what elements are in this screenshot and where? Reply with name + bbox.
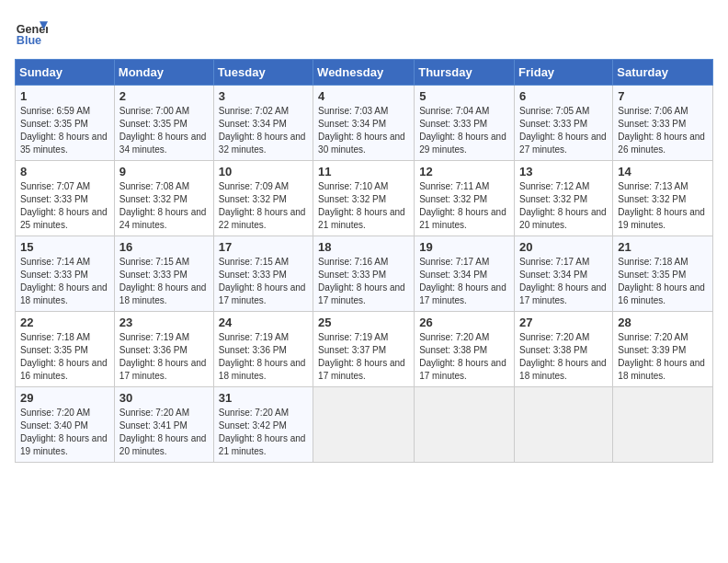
day-info: Sunrise: 7:07 AMSunset: 3:33 PMDaylight:… xyxy=(20,181,108,230)
day-info: Sunrise: 7:06 AMSunset: 3:33 PMDaylight:… xyxy=(618,106,705,155)
calendar-day: 1 Sunrise: 6:59 AMSunset: 3:35 PMDayligh… xyxy=(16,86,115,161)
calendar-day: 19 Sunrise: 7:17 AMSunset: 3:34 PMDaylig… xyxy=(415,236,515,312)
calendar-day: 2 Sunrise: 7:00 AMSunset: 3:35 PMDayligh… xyxy=(114,86,213,161)
calendar-day: 13 Sunrise: 7:12 AMSunset: 3:32 PMDaylig… xyxy=(515,161,613,236)
calendar-day: 30 Sunrise: 7:20 AMSunset: 3:41 PMDaylig… xyxy=(114,387,213,463)
calendar-day: 6 Sunrise: 7:05 AMSunset: 3:33 PMDayligh… xyxy=(515,86,613,161)
day-info: Sunrise: 7:04 AMSunset: 3:33 PMDaylight:… xyxy=(419,106,506,155)
day-number: 16 xyxy=(119,240,209,254)
day-info: Sunrise: 6:59 AMSunset: 3:35 PMDaylight:… xyxy=(20,106,108,155)
calendar-day: 25 Sunrise: 7:19 AMSunset: 3:37 PMDaylig… xyxy=(313,312,415,387)
logo: General Blue xyxy=(15,15,48,48)
day-info: Sunrise: 7:20 AMSunset: 3:41 PMDaylight:… xyxy=(119,408,207,456)
day-info: Sunrise: 7:14 AMSunset: 3:33 PMDaylight:… xyxy=(20,257,108,305)
weekday-header: Thursday xyxy=(415,60,515,86)
calendar-day: 28 Sunrise: 7:20 AMSunset: 3:39 PMDaylig… xyxy=(613,312,713,387)
svg-text:Blue: Blue xyxy=(17,34,41,47)
day-info: Sunrise: 7:05 AMSunset: 3:33 PMDaylight:… xyxy=(519,106,607,155)
day-number: 17 xyxy=(219,240,308,254)
day-number: 3 xyxy=(219,89,308,103)
page-header: General Blue xyxy=(15,15,713,48)
calendar-day: 22 Sunrise: 7:18 AMSunset: 3:35 PMDaylig… xyxy=(16,312,115,387)
day-number: 23 xyxy=(119,316,209,329)
day-info: Sunrise: 7:03 AMSunset: 3:34 PMDaylight:… xyxy=(318,106,405,155)
calendar-day: 11 Sunrise: 7:10 AMSunset: 3:32 PMDaylig… xyxy=(313,161,415,236)
calendar-day: 17 Sunrise: 7:15 AMSunset: 3:33 PMDaylig… xyxy=(213,236,313,312)
day-info: Sunrise: 7:10 AMSunset: 3:32 PMDaylight:… xyxy=(318,181,405,230)
day-info: Sunrise: 7:20 AMSunset: 3:38 PMDaylight:… xyxy=(419,332,506,381)
calendar-body: 1 Sunrise: 6:59 AMSunset: 3:35 PMDayligh… xyxy=(16,86,713,463)
calendar-day: 10 Sunrise: 7:09 AMSunset: 3:32 PMDaylig… xyxy=(213,161,313,236)
day-number: 5 xyxy=(419,89,509,103)
day-number: 13 xyxy=(519,165,608,178)
day-info: Sunrise: 7:17 AMSunset: 3:34 PMDaylight:… xyxy=(419,257,506,305)
calendar-day: 14 Sunrise: 7:13 AMSunset: 3:32 PMDaylig… xyxy=(613,161,713,236)
day-info: Sunrise: 7:15 AMSunset: 3:33 PMDaylight:… xyxy=(219,257,306,305)
empty-day xyxy=(313,387,415,463)
day-info: Sunrise: 7:20 AMSunset: 3:39 PMDaylight:… xyxy=(618,332,705,381)
day-info: Sunrise: 7:19 AMSunset: 3:36 PMDaylight:… xyxy=(219,332,306,381)
day-number: 14 xyxy=(618,165,708,178)
calendar-week: 1 Sunrise: 6:59 AMSunset: 3:35 PMDayligh… xyxy=(16,86,713,161)
day-number: 6 xyxy=(519,89,608,103)
day-info: Sunrise: 7:16 AMSunset: 3:33 PMDaylight:… xyxy=(318,257,405,305)
calendar-day: 24 Sunrise: 7:19 AMSunset: 3:36 PMDaylig… xyxy=(213,312,313,387)
weekday-header: Friday xyxy=(515,60,613,86)
day-number: 22 xyxy=(20,316,109,329)
calendar-week: 8 Sunrise: 7:07 AMSunset: 3:33 PMDayligh… xyxy=(16,161,713,236)
calendar-day: 18 Sunrise: 7:16 AMSunset: 3:33 PMDaylig… xyxy=(313,236,415,312)
calendar-table: SundayMondayTuesdayWednesdayThursdayFrid… xyxy=(15,59,713,463)
weekday-header: Tuesday xyxy=(213,60,313,86)
day-number: 31 xyxy=(219,391,308,405)
day-number: 24 xyxy=(219,316,308,329)
day-info: Sunrise: 7:20 AMSunset: 3:40 PMDaylight:… xyxy=(20,408,108,456)
day-info: Sunrise: 7:18 AMSunset: 3:35 PMDaylight:… xyxy=(618,257,705,305)
day-number: 20 xyxy=(519,240,608,254)
calendar-day: 5 Sunrise: 7:04 AMSunset: 3:33 PMDayligh… xyxy=(415,86,515,161)
day-info: Sunrise: 7:19 AMSunset: 3:36 PMDaylight:… xyxy=(119,332,207,381)
calendar-week: 22 Sunrise: 7:18 AMSunset: 3:35 PMDaylig… xyxy=(16,312,713,387)
weekday-header: Wednesday xyxy=(313,60,415,86)
weekday-header: Saturday xyxy=(613,60,713,86)
day-info: Sunrise: 7:11 AMSunset: 3:32 PMDaylight:… xyxy=(419,181,506,230)
day-number: 2 xyxy=(119,89,209,103)
empty-day xyxy=(415,387,515,463)
calendar-day: 31 Sunrise: 7:20 AMSunset: 3:42 PMDaylig… xyxy=(213,387,313,463)
calendar-day: 3 Sunrise: 7:02 AMSunset: 3:34 PMDayligh… xyxy=(213,86,313,161)
day-number: 26 xyxy=(419,316,509,329)
calendar-day: 12 Sunrise: 7:11 AMSunset: 3:32 PMDaylig… xyxy=(415,161,515,236)
day-number: 1 xyxy=(20,89,109,103)
empty-day xyxy=(515,387,613,463)
calendar-day: 7 Sunrise: 7:06 AMSunset: 3:33 PMDayligh… xyxy=(613,86,713,161)
day-info: Sunrise: 7:09 AMSunset: 3:32 PMDaylight:… xyxy=(219,181,306,230)
calendar-day: 9 Sunrise: 7:08 AMSunset: 3:32 PMDayligh… xyxy=(114,161,213,236)
day-number: 28 xyxy=(618,316,708,329)
day-info: Sunrise: 7:17 AMSunset: 3:34 PMDaylight:… xyxy=(519,257,607,305)
calendar-day: 23 Sunrise: 7:19 AMSunset: 3:36 PMDaylig… xyxy=(114,312,213,387)
calendar-day: 29 Sunrise: 7:20 AMSunset: 3:40 PMDaylig… xyxy=(16,387,115,463)
day-info: Sunrise: 7:13 AMSunset: 3:32 PMDaylight:… xyxy=(618,181,705,230)
weekday-header: Sunday xyxy=(16,60,115,86)
calendar-day: 16 Sunrise: 7:15 AMSunset: 3:33 PMDaylig… xyxy=(114,236,213,312)
calendar-header: SundayMondayTuesdayWednesdayThursdayFrid… xyxy=(16,60,713,86)
calendar-day: 20 Sunrise: 7:17 AMSunset: 3:34 PMDaylig… xyxy=(515,236,613,312)
day-info: Sunrise: 7:00 AMSunset: 3:35 PMDaylight:… xyxy=(119,106,207,155)
calendar-day: 26 Sunrise: 7:20 AMSunset: 3:38 PMDaylig… xyxy=(415,312,515,387)
day-number: 9 xyxy=(119,165,209,178)
day-info: Sunrise: 7:19 AMSunset: 3:37 PMDaylight:… xyxy=(318,332,405,381)
day-info: Sunrise: 7:20 AMSunset: 3:42 PMDaylight:… xyxy=(219,408,306,456)
day-info: Sunrise: 7:18 AMSunset: 3:35 PMDaylight:… xyxy=(20,332,108,381)
calendar-day: 15 Sunrise: 7:14 AMSunset: 3:33 PMDaylig… xyxy=(16,236,115,312)
day-number: 25 xyxy=(318,316,409,329)
day-info: Sunrise: 7:20 AMSunset: 3:38 PMDaylight:… xyxy=(519,332,607,381)
logo-icon: General Blue xyxy=(15,15,48,48)
day-number: 12 xyxy=(419,165,509,178)
calendar-day: 21 Sunrise: 7:18 AMSunset: 3:35 PMDaylig… xyxy=(613,236,713,312)
day-number: 30 xyxy=(119,391,209,405)
day-info: Sunrise: 7:08 AMSunset: 3:32 PMDaylight:… xyxy=(119,181,207,230)
day-number: 21 xyxy=(618,240,708,254)
day-number: 11 xyxy=(318,165,409,178)
day-number: 7 xyxy=(618,89,708,103)
day-info: Sunrise: 7:12 AMSunset: 3:32 PMDaylight:… xyxy=(519,181,607,230)
calendar-week: 29 Sunrise: 7:20 AMSunset: 3:40 PMDaylig… xyxy=(16,387,713,463)
